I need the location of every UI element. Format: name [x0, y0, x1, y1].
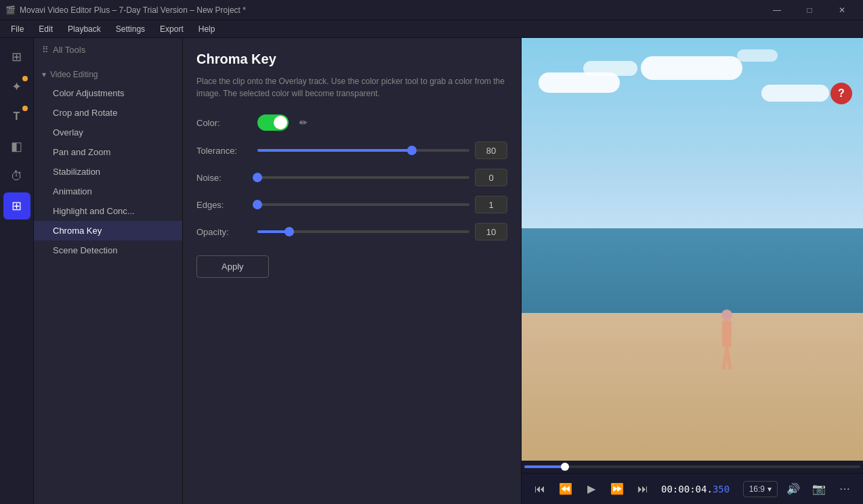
noise-slider[interactable]: [257, 171, 469, 184]
screenshot-btn[interactable]: 📷: [809, 479, 829, 499]
sidebar-item-crop-rotate[interactable]: Crop and Rotate: [34, 103, 182, 123]
opacity-thumb[interactable]: [285, 227, 294, 236]
sidebar-item-stabilization[interactable]: Stabilization: [34, 162, 182, 182]
sidebar-item-overlay[interactable]: Overlay: [34, 123, 182, 142]
filters-icon-btn[interactable]: ⏱: [3, 163, 30, 190]
media-icon-btn[interactable]: ⊞: [3, 43, 30, 70]
person-silhouette: [710, 308, 744, 376]
close-btn[interactable]: ✕: [826, 0, 858, 20]
skip-start-btn[interactable]: ⏮: [530, 479, 550, 499]
main: ⊞ ✦ T ◧ ⏱ ⊞ ⠿ All Tools ▾ Video Editing: [0, 38, 863, 504]
menu-file[interactable]: File: [4, 22, 30, 36]
sidebar-item-pan-zoom[interactable]: Pan and Zoom: [34, 142, 182, 162]
filters-icon: ⏱: [11, 169, 23, 184]
svg-rect-1: [722, 320, 732, 348]
svg-line-3: [727, 348, 730, 369]
app-icon: 🎬: [5, 5, 16, 15]
edges-label: Edges:: [196, 200, 257, 210]
play-btn[interactable]: ▶: [581, 479, 602, 499]
toggle-knob: [274, 116, 287, 129]
menu-export[interactable]: Export: [153, 22, 190, 36]
edges-value: 1: [475, 196, 507, 213]
cloud-2: [583, 61, 637, 76]
seekbar-thumb[interactable]: [561, 463, 569, 471]
eyedropper-icon: ✏: [299, 117, 308, 128]
noise-value: 0: [475, 169, 507, 186]
time-display: 00:00:04.350: [661, 484, 730, 495]
edges-slider[interactable]: [257, 198, 469, 211]
time-seconds: 00:00:04: [661, 484, 707, 495]
edges-control: 1: [257, 196, 507, 213]
controls-bar: ⏮ ⏪ ▶ ⏩ ⏭ 00:00:04.350 16:9 ▾ 🔊 📷 ⋯: [522, 473, 863, 504]
preview-video: [522, 38, 863, 461]
eyedropper-btn[interactable]: ✏: [294, 113, 313, 132]
aspect-ratio-btn[interactable]: 16:9 ▾: [743, 481, 778, 497]
menu-settings[interactable]: Settings: [109, 22, 152, 36]
transitions-icon: ◧: [11, 139, 22, 154]
opacity-track: [257, 230, 469, 233]
titlebar-left: 🎬 Movavi Video Editor Plus – 7-Day Trial…: [5, 5, 246, 15]
cloud-5: [737, 49, 778, 62]
sidebar-video-editing-section: ▾ Video Editing Color Adjustments Crop a…: [34, 62, 182, 264]
tolerance-value: 80: [475, 142, 507, 159]
transitions-icon-btn[interactable]: ◧: [3, 133, 30, 160]
cloud-4: [761, 85, 829, 102]
menu-playback[interactable]: Playback: [61, 22, 108, 36]
time-ms: 350: [713, 484, 730, 495]
sidebar-item-highlight[interactable]: Highlight and Conc...: [34, 201, 182, 221]
titlebar: 🎬 Movavi Video Editor Plus – 7-Day Trial…: [0, 0, 863, 20]
tools-icon-btn[interactable]: ⊞: [3, 192, 30, 219]
sidebar-item-color-adjustments[interactable]: Color Adjustments: [34, 83, 182, 103]
titles-icon-btn[interactable]: T: [3, 103, 30, 130]
edges-thumb[interactable]: [253, 200, 262, 209]
media-icon: ⊞: [12, 49, 22, 64]
sidebar-all-tools[interactable]: ⠿ All Tools: [34, 38, 182, 62]
menu-edit[interactable]: Edit: [32, 22, 60, 36]
effects-icon-btn[interactable]: ✦: [3, 73, 30, 100]
beach-scene: [522, 38, 863, 461]
sidebar-video-editing-header[interactable]: ▾ Video Editing: [34, 66, 182, 83]
tolerance-label: Tolerance:: [196, 146, 257, 156]
tolerance-thumb[interactable]: [407, 146, 417, 155]
menu-help[interactable]: Help: [192, 22, 222, 36]
opacity-label: Opacity:: [196, 227, 257, 237]
sidebar-item-scene-detection[interactable]: Scene Detection: [34, 240, 182, 260]
menubar: File Edit Playback Settings Export Help: [0, 20, 863, 38]
fast-forward-btn[interactable]: ⏩: [607, 479, 627, 499]
noise-thumb[interactable]: [253, 173, 262, 182]
minimize-btn[interactable]: —: [761, 0, 793, 20]
tolerance-slider[interactable]: [257, 144, 469, 157]
grid-icon: ⠿: [42, 45, 49, 55]
edges-param-row: Edges: 1: [196, 196, 507, 213]
more-btn[interactable]: ⋯: [835, 479, 855, 499]
color-toggle[interactable]: [257, 114, 289, 131]
opacity-slider[interactable]: [257, 225, 469, 238]
maximize-btn[interactable]: □: [794, 0, 825, 20]
volume-btn[interactable]: 🔊: [783, 479, 803, 499]
effects-icon: ✦: [12, 79, 22, 94]
chevron-down-icon: ▾: [767, 484, 772, 494]
titles-icon: T: [14, 110, 20, 123]
help-button[interactable]: ?: [830, 83, 852, 104]
noise-track: [257, 176, 469, 179]
iconbar: ⊞ ✦ T ◧ ⏱ ⊞: [0, 38, 34, 504]
apply-button[interactable]: Apply: [196, 255, 269, 278]
chevron-down-icon: ▾: [42, 70, 46, 79]
rewind-btn[interactable]: ⏪: [555, 479, 576, 499]
svg-point-0: [721, 310, 732, 320]
aspect-ratio-label: 16:9: [749, 484, 765, 494]
noise-label: Noise:: [196, 173, 257, 183]
sidebar-item-animation[interactable]: Animation: [34, 182, 182, 201]
seekbar-container[interactable]: [522, 461, 863, 473]
tools-icon: ⊞: [12, 198, 22, 213]
sidebar-item-chroma-key[interactable]: Chroma Key: [34, 221, 182, 240]
chroma-key-panel: Chroma Key Place the clip onto the Overl…: [183, 38, 522, 504]
preview-panel: ?: [522, 38, 863, 504]
panel-description: Place the clip onto the Overlay track. U…: [196, 75, 507, 100]
video-editing-label: Video Editing: [50, 70, 98, 79]
titlebar-controls[interactable]: — □ ✕: [761, 0, 858, 20]
seekbar-fill: [524, 465, 565, 468]
skip-end-btn[interactable]: ⏭: [633, 479, 653, 499]
seekbar[interactable]: [524, 465, 860, 468]
edges-track: [257, 203, 469, 206]
